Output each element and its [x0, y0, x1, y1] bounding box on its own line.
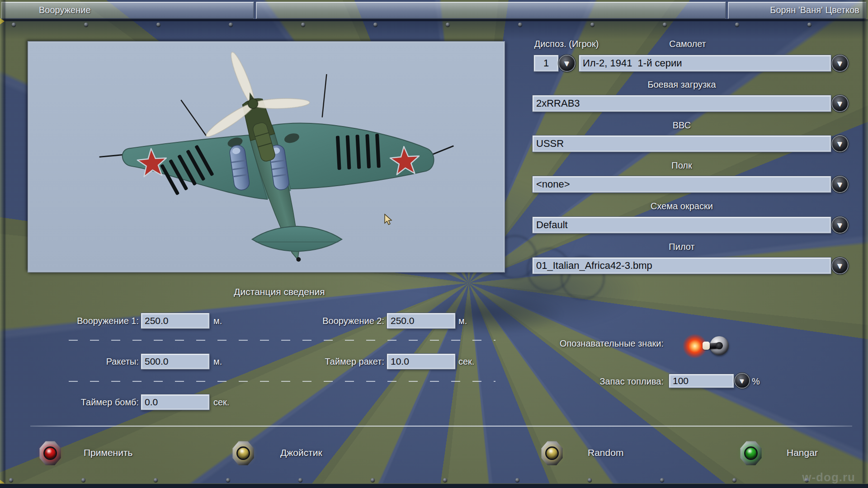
screw	[732, 478, 736, 482]
toggle-axle	[716, 342, 723, 349]
frame-bottom-strip	[0, 483, 868, 488]
joystick-button[interactable]: Джойстик	[280, 447, 322, 458]
screw	[515, 478, 519, 482]
lamp-lens	[236, 446, 250, 460]
fuel-label: Запас топлива:	[561, 376, 664, 387]
chevron-down-icon: ▼	[836, 60, 844, 68]
rivet	[229, 23, 233, 27]
rivet	[373, 23, 377, 27]
weapon1-field[interactable]	[141, 313, 209, 328]
mouse-cursor-icon	[383, 214, 392, 225]
fuel-unit: %	[752, 376, 760, 387]
screw	[154, 478, 158, 482]
rivet	[12, 23, 16, 27]
rivet	[735, 23, 739, 27]
player-name: Борян 'Ваня' Цветков	[770, 5, 859, 15]
weapon2-field[interactable]	[387, 313, 455, 328]
frame-groove	[0, 19, 868, 21]
chevron-down-icon: ▼	[836, 222, 844, 230]
pilot-dropdown-button[interactable]: ▼	[832, 258, 848, 273]
chevron-down-icon: ▼	[563, 60, 571, 68]
screw	[81, 478, 85, 482]
frame-edge-right	[862, 0, 868, 488]
rivet	[301, 23, 305, 27]
rocket-timer-unit: сек.	[458, 356, 474, 367]
dispos-dropdown-button[interactable]: ▼	[559, 56, 575, 71]
rivet	[518, 23, 522, 27]
pilot-select[interactable]	[533, 258, 831, 274]
player-name-plate: Борян 'Ваня' Цветков	[728, 2, 867, 19]
aircraft-top-view	[28, 42, 504, 272]
dashed-divider	[69, 340, 495, 341]
hangar-button[interactable]: Hangar	[787, 447, 818, 458]
screw	[588, 478, 592, 482]
weapon1-unit: м.	[213, 315, 222, 326]
rockets-unit: м.	[213, 356, 222, 367]
bottom-divider	[30, 426, 852, 427]
rivet	[807, 23, 811, 27]
airforce-select[interactable]	[533, 136, 831, 152]
screw	[226, 478, 230, 482]
rocket-timer-label: Таймер ракет:	[285, 356, 384, 367]
rivet	[663, 23, 667, 27]
rivet	[446, 23, 450, 27]
markings-toggle[interactable]	[682, 333, 731, 358]
hangar-button-lamp[interactable]	[740, 441, 762, 465]
screw	[443, 478, 447, 482]
rivet	[156, 23, 160, 27]
rivet	[590, 23, 594, 27]
aircraft-select[interactable]	[579, 55, 831, 71]
rockets-field[interactable]	[141, 354, 209, 369]
rivet	[84, 23, 88, 27]
loadout-label: Боевая загрузка	[533, 79, 831, 90]
paint-scheme-select[interactable]	[533, 217, 831, 233]
screw	[660, 478, 664, 482]
weapon2-label: Вооружение 2:	[285, 315, 384, 326]
weapon1-label: Вооружение 1:	[39, 315, 139, 326]
lamp-lens	[43, 446, 57, 460]
rockets-label: Ракеты:	[39, 356, 139, 367]
chevron-down-icon: ▼	[836, 141, 844, 148]
paint-scheme-label: Схема окраски	[533, 201, 831, 211]
convergence-title: Дистанция сведения	[180, 286, 379, 297]
chevron-down-icon: ▼	[836, 263, 844, 270]
screw	[9, 478, 13, 482]
regiment-dropdown-button[interactable]: ▼	[832, 177, 848, 192]
paint-scheme-dropdown-button[interactable]: ▼	[832, 217, 848, 233]
dispos-field[interactable]	[534, 55, 558, 71]
markings-label: Опознавательные знаки:	[528, 338, 664, 349]
lamp-lens	[545, 446, 559, 460]
screw	[371, 478, 375, 482]
corner-wedge	[0, 18, 5, 24]
aircraft-preview-panel[interactable]	[28, 41, 505, 272]
bomb-timer-label: Таймер бомб:	[39, 397, 139, 408]
airforce-dropdown-button[interactable]: ▼	[832, 136, 848, 151]
random-button[interactable]: Random	[588, 447, 623, 458]
page-title: Вооружение	[39, 5, 91, 15]
apply-button[interactable]: Применить	[84, 447, 133, 458]
site-watermark: w-dog.ru	[802, 470, 855, 484]
armament-screen: Вооружение Борян 'Ваня' Цветков	[0, 0, 868, 488]
fuel-field[interactable]	[669, 374, 734, 388]
title-plate: Вооружение	[1, 2, 254, 19]
loadout-select[interactable]	[533, 95, 831, 112]
joystick-button-lamp[interactable]	[232, 441, 255, 465]
bomb-timer-unit: сек.	[213, 397, 229, 408]
regiment-select[interactable]	[533, 176, 831, 192]
chevron-down-icon: ▼	[836, 100, 844, 108]
airforce-label: ВВС	[533, 120, 831, 131]
lamp-lens	[744, 446, 758, 460]
apply-button-lamp[interactable]	[39, 441, 61, 465]
pilot-label: Пилот	[533, 241, 831, 252]
rocket-timer-field[interactable]	[387, 354, 455, 369]
aircraft-dropdown-button[interactable]: ▼	[832, 56, 848, 71]
chevron-down-icon: ▼	[836, 181, 844, 189]
fuel-dropdown-button[interactable]: ▼	[735, 374, 749, 388]
frame-edge-left	[0, 0, 6, 488]
loadout-dropdown-button[interactable]: ▼	[832, 96, 848, 111]
bomb-timer-field[interactable]	[141, 394, 209, 410]
aircraft-label: Самолет	[579, 38, 796, 49]
title-plate-middle	[256, 2, 726, 19]
random-button-lamp[interactable]	[541, 441, 563, 465]
chevron-down-icon: ▼	[739, 377, 745, 385]
